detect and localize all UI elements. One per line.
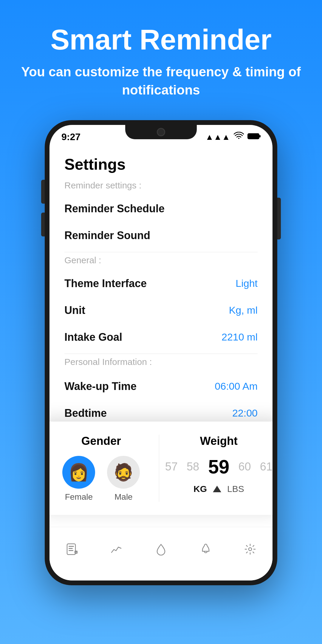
divider-2	[64, 354, 258, 354]
weight-59-active: 59	[208, 456, 229, 478]
lbs-unit[interactable]: LBS	[227, 484, 244, 494]
status-time: 9:27	[61, 131, 80, 143]
weight-section: Weight 57 58 59 60 61 KG LBS	[165, 435, 273, 502]
unit-value: Kg, ml	[229, 304, 258, 316]
unit-label: Unit	[64, 304, 85, 317]
reminder-sound-item[interactable]: Reminder Sound	[64, 222, 258, 249]
bottom-nav: +	[49, 527, 273, 580]
header: Smart Reminder You can customize the fre…	[0, 0, 322, 111]
female-avatar: 👩	[62, 456, 95, 489]
divider-1	[64, 252, 258, 252]
intake-goal-item[interactable]: Intake Goal 2210 ml	[64, 324, 258, 351]
front-camera	[157, 128, 165, 136]
unit-arrow-icon[interactable]	[213, 486, 221, 492]
picker-divider	[159, 435, 159, 502]
reminder-schedule-label: Reminder Schedule	[64, 202, 165, 215]
weight-60: 60	[238, 460, 251, 473]
weight-58: 58	[187, 460, 199, 473]
weight-61: 61	[260, 460, 273, 473]
log-icon: +	[66, 543, 78, 558]
stats-icon	[110, 543, 123, 558]
phone-frame: 9:27 ▲▲▲	[45, 120, 277, 585]
gear-icon	[244, 543, 256, 558]
nav-item-water[interactable]	[155, 543, 167, 558]
nav-item-reminder[interactable]	[199, 543, 212, 558]
theme-interface-item[interactable]: Theme Interface Light	[64, 270, 258, 297]
svg-rect-3	[69, 546, 74, 547]
status-icons: ▲▲▲	[205, 132, 261, 142]
svg-rect-2	[67, 544, 75, 555]
gender-title: Gender	[49, 435, 153, 448]
nav-item-stats[interactable]	[110, 543, 123, 558]
power-button	[277, 198, 281, 239]
wakeup-time-item[interactable]: Wake-up Time 06:00 Am	[64, 373, 258, 400]
phone-mockup: 9:27 ▲▲▲	[0, 120, 322, 585]
settings-title: Settings	[64, 155, 258, 173]
volume-down-button	[41, 213, 45, 236]
svg-rect-4	[69, 548, 73, 549]
svg-rect-1	[259, 135, 261, 137]
intake-goal-value: 2210 ml	[222, 331, 258, 343]
male-label: Male	[114, 492, 133, 502]
bell-icon	[199, 543, 212, 558]
weight-title: Weight	[165, 435, 273, 448]
svg-rect-0	[248, 134, 259, 139]
general-section-label: General :	[64, 255, 258, 265]
reminder-sound-label: Reminder Sound	[64, 229, 150, 242]
bedtime-label: Bedtime	[64, 407, 107, 419]
svg-text:+: +	[75, 551, 77, 554]
male-emoji: 🧔	[113, 462, 134, 482]
gender-female-option[interactable]: 👩 Female	[62, 456, 95, 502]
phone-screen: 9:27 ▲▲▲	[49, 125, 273, 580]
notch	[125, 125, 197, 139]
intake-goal-label: Intake Goal	[64, 331, 122, 343]
unit-item[interactable]: Unit Kg, ml	[64, 297, 258, 324]
water-icon	[155, 543, 167, 558]
reminder-section-label: Reminder settings :	[64, 180, 258, 191]
svg-rect-5	[69, 550, 73, 551]
volume-up-button	[41, 180, 45, 204]
header-subtitle: You can customize the frequency & timing…	[18, 63, 304, 99]
settings-content: Settings Reminder settings : Reminder Sc…	[49, 146, 273, 580]
female-label: Female	[65, 492, 93, 502]
theme-interface-label: Theme Interface	[64, 277, 147, 290]
female-emoji: 👩	[68, 462, 89, 482]
time-settings-section: Wake-up Time 06:00 Am Bedtime 22:00	[64, 373, 258, 427]
weight-numbers: 57 58 59 60 61	[165, 456, 273, 478]
nav-item-log[interactable]: +	[66, 543, 78, 558]
bedtime-value: 22:00	[232, 407, 258, 419]
signal-icon: ▲▲▲	[205, 132, 230, 142]
page-title: Smart Reminder	[18, 24, 304, 55]
gender-section: Gender 👩 Female 🧔	[49, 435, 153, 502]
weight-units: KG LBS	[165, 484, 273, 494]
reminder-schedule-item[interactable]: Reminder Schedule	[64, 195, 258, 222]
wakeup-time-label: Wake-up Time	[64, 380, 137, 393]
nav-item-settings[interactable]	[244, 543, 256, 558]
theme-interface-value: Light	[236, 278, 258, 289]
wifi-icon	[234, 132, 244, 142]
svg-point-8	[249, 548, 252, 551]
personal-info-section-label: Personal Information :	[64, 357, 258, 367]
battery-icon	[247, 132, 261, 142]
wakeup-time-value: 06:00 Am	[215, 380, 258, 392]
gender-male-option[interactable]: 🧔 Male	[107, 456, 140, 502]
gender-options: 👩 Female 🧔 Male	[49, 456, 153, 502]
kg-unit[interactable]: KG	[193, 484, 207, 494]
gender-weight-picker[interactable]: Gender 👩 Female 🧔	[49, 422, 273, 515]
male-avatar: 🧔	[107, 456, 140, 489]
weight-57: 57	[165, 460, 178, 473]
